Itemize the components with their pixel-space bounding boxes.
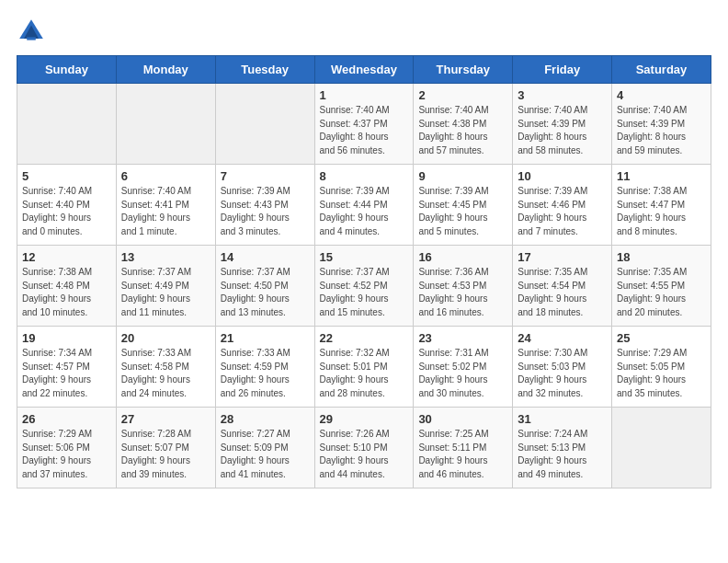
day-info: Sunrise: 7:29 AM Sunset: 5:05 PM Dayligh… (617, 347, 706, 400)
calendar-day-cell: 29Sunrise: 7:26 AM Sunset: 5:10 PM Dayli… (314, 408, 414, 488)
calendar-day-cell: 28Sunrise: 7:27 AM Sunset: 5:09 PM Dayli… (215, 408, 314, 488)
calendar-day-cell: 26Sunrise: 7:29 AM Sunset: 5:06 PM Dayli… (17, 408, 117, 488)
calendar-day-cell (612, 408, 711, 488)
day-number: 20 (121, 331, 210, 345)
calendar-week-row: 1Sunrise: 7:40 AM Sunset: 4:37 PM Daylig… (17, 84, 711, 165)
calendar-day-cell: 22Sunrise: 7:32 AM Sunset: 5:01 PM Dayli… (314, 327, 414, 408)
day-number: 23 (418, 331, 507, 345)
calendar-week-row: 12Sunrise: 7:38 AM Sunset: 4:48 PM Dayli… (17, 246, 711, 327)
calendar-day-cell: 12Sunrise: 7:38 AM Sunset: 4:48 PM Dayli… (17, 246, 117, 327)
calendar-day-cell: 11Sunrise: 7:38 AM Sunset: 4:47 PM Dayli… (612, 165, 711, 246)
calendar-day-cell: 25Sunrise: 7:29 AM Sunset: 5:05 PM Dayli… (612, 327, 711, 408)
calendar-day-cell: 4Sunrise: 7:40 AM Sunset: 4:39 PM Daylig… (612, 84, 711, 165)
logo (17, 17, 50, 46)
day-number: 21 (221, 331, 310, 345)
calendar-weekday-header: Thursday (414, 56, 513, 84)
day-info: Sunrise: 7:39 AM Sunset: 4:43 PM Dayligh… (221, 185, 310, 238)
calendar-day-cell: 21Sunrise: 7:33 AM Sunset: 4:59 PM Dayli… (215, 327, 314, 408)
day-info: Sunrise: 7:40 AM Sunset: 4:41 PM Dayligh… (121, 185, 210, 238)
calendar-weekday-header: Friday (513, 56, 612, 84)
day-number: 27 (121, 412, 210, 426)
day-info: Sunrise: 7:40 AM Sunset: 4:39 PM Dayligh… (518, 104, 607, 157)
header (17, 17, 711, 46)
calendar-day-cell: 27Sunrise: 7:28 AM Sunset: 5:07 PM Dayli… (116, 408, 215, 488)
day-number: 9 (418, 169, 507, 183)
calendar-day-cell (116, 84, 215, 165)
calendar-day-cell (17, 84, 117, 165)
day-number: 31 (518, 412, 607, 426)
calendar-day-cell: 10Sunrise: 7:39 AM Sunset: 4:46 PM Dayli… (513, 165, 612, 246)
day-number: 10 (518, 169, 607, 183)
day-number: 16 (418, 250, 507, 264)
day-number: 25 (617, 331, 706, 345)
calendar-day-cell: 9Sunrise: 7:39 AM Sunset: 4:45 PM Daylig… (414, 165, 513, 246)
calendar-day-cell: 3Sunrise: 7:40 AM Sunset: 4:39 PM Daylig… (513, 84, 612, 165)
calendar-day-cell: 31Sunrise: 7:24 AM Sunset: 5:13 PM Dayli… (513, 408, 612, 488)
day-info: Sunrise: 7:38 AM Sunset: 4:48 PM Dayligh… (22, 266, 111, 319)
calendar-day-cell: 19Sunrise: 7:34 AM Sunset: 4:57 PM Dayli… (17, 327, 117, 408)
day-number: 22 (320, 331, 409, 345)
day-number: 11 (617, 169, 706, 183)
calendar-day-cell: 16Sunrise: 7:36 AM Sunset: 4:53 PM Dayli… (414, 246, 513, 327)
day-number: 2 (418, 88, 507, 102)
day-number: 6 (121, 169, 210, 183)
calendar-day-cell: 30Sunrise: 7:25 AM Sunset: 5:11 PM Dayli… (414, 408, 513, 488)
day-info: Sunrise: 7:26 AM Sunset: 5:10 PM Dayligh… (320, 428, 409, 481)
calendar-day-cell: 18Sunrise: 7:35 AM Sunset: 4:55 PM Dayli… (612, 246, 711, 327)
calendar-day-cell: 1Sunrise: 7:40 AM Sunset: 4:37 PM Daylig… (314, 84, 414, 165)
calendar-day-cell: 2Sunrise: 7:40 AM Sunset: 4:38 PM Daylig… (414, 84, 513, 165)
day-info: Sunrise: 7:37 AM Sunset: 4:52 PM Dayligh… (320, 266, 409, 319)
day-info: Sunrise: 7:35 AM Sunset: 4:55 PM Dayligh… (617, 266, 706, 319)
calendar-day-cell: 8Sunrise: 7:39 AM Sunset: 4:44 PM Daylig… (314, 165, 414, 246)
day-info: Sunrise: 7:24 AM Sunset: 5:13 PM Dayligh… (518, 428, 607, 481)
day-info: Sunrise: 7:38 AM Sunset: 4:47 PM Dayligh… (617, 185, 706, 238)
day-info: Sunrise: 7:32 AM Sunset: 5:01 PM Dayligh… (320, 347, 409, 400)
day-number: 30 (418, 412, 507, 426)
day-number: 18 (617, 250, 706, 264)
calendar-weekday-header: Monday (116, 56, 215, 84)
calendar-day-cell: 7Sunrise: 7:39 AM Sunset: 4:43 PM Daylig… (215, 165, 314, 246)
day-info: Sunrise: 7:34 AM Sunset: 4:57 PM Dayligh… (22, 347, 111, 400)
calendar-weekday-header: Saturday (612, 56, 711, 84)
day-number: 5 (22, 169, 111, 183)
calendar-day-cell: 17Sunrise: 7:35 AM Sunset: 4:54 PM Dayli… (513, 246, 612, 327)
day-info: Sunrise: 7:33 AM Sunset: 4:59 PM Dayligh… (221, 347, 310, 400)
day-info: Sunrise: 7:27 AM Sunset: 5:09 PM Dayligh… (221, 428, 310, 481)
calendar-day-cell: 24Sunrise: 7:30 AM Sunset: 5:03 PM Dayli… (513, 327, 612, 408)
calendar-weekday-header: Wednesday (314, 56, 414, 84)
day-info: Sunrise: 7:35 AM Sunset: 4:54 PM Dayligh… (518, 266, 607, 319)
calendar-day-cell: 5Sunrise: 7:40 AM Sunset: 4:40 PM Daylig… (17, 165, 117, 246)
day-info: Sunrise: 7:30 AM Sunset: 5:03 PM Dayligh… (518, 347, 607, 400)
calendar-weekday-header: Sunday (17, 56, 117, 84)
day-info: Sunrise: 7:40 AM Sunset: 4:38 PM Dayligh… (418, 104, 507, 157)
day-number: 12 (22, 250, 111, 264)
day-info: Sunrise: 7:28 AM Sunset: 5:07 PM Dayligh… (121, 428, 210, 481)
day-number: 29 (320, 412, 409, 426)
day-info: Sunrise: 7:25 AM Sunset: 5:11 PM Dayligh… (418, 428, 507, 481)
day-info: Sunrise: 7:39 AM Sunset: 4:46 PM Dayligh… (518, 185, 607, 238)
day-info: Sunrise: 7:29 AM Sunset: 5:06 PM Dayligh… (22, 428, 111, 481)
day-info: Sunrise: 7:33 AM Sunset: 4:58 PM Dayligh… (121, 347, 210, 400)
day-number: 8 (320, 169, 409, 183)
day-number: 13 (121, 250, 210, 264)
day-number: 19 (22, 331, 111, 345)
calendar-week-row: 19Sunrise: 7:34 AM Sunset: 4:57 PM Dayli… (17, 327, 711, 408)
day-number: 4 (617, 88, 706, 102)
calendar-week-row: 26Sunrise: 7:29 AM Sunset: 5:06 PM Dayli… (17, 408, 711, 488)
day-info: Sunrise: 7:40 AM Sunset: 4:40 PM Dayligh… (22, 185, 111, 238)
day-number: 17 (518, 250, 607, 264)
day-info: Sunrise: 7:39 AM Sunset: 4:44 PM Dayligh… (320, 185, 409, 238)
day-info: Sunrise: 7:36 AM Sunset: 4:53 PM Dayligh… (418, 266, 507, 319)
calendar: SundayMondayTuesdayWednesdayThursdayFrid… (17, 55, 711, 488)
calendar-day-cell: 20Sunrise: 7:33 AM Sunset: 4:58 PM Dayli… (116, 327, 215, 408)
day-number: 3 (518, 88, 607, 102)
day-info: Sunrise: 7:31 AM Sunset: 5:02 PM Dayligh… (418, 347, 507, 400)
day-info: Sunrise: 7:40 AM Sunset: 4:37 PM Dayligh… (320, 104, 409, 157)
day-info: Sunrise: 7:37 AM Sunset: 4:49 PM Dayligh… (121, 266, 210, 319)
day-number: 24 (518, 331, 607, 345)
calendar-day-cell: 13Sunrise: 7:37 AM Sunset: 4:49 PM Dayli… (116, 246, 215, 327)
calendar-day-cell (215, 84, 314, 165)
day-info: Sunrise: 7:37 AM Sunset: 4:50 PM Dayligh… (221, 266, 310, 319)
calendar-day-cell: 23Sunrise: 7:31 AM Sunset: 5:02 PM Dayli… (414, 327, 513, 408)
calendar-weekday-header: Tuesday (215, 56, 314, 84)
